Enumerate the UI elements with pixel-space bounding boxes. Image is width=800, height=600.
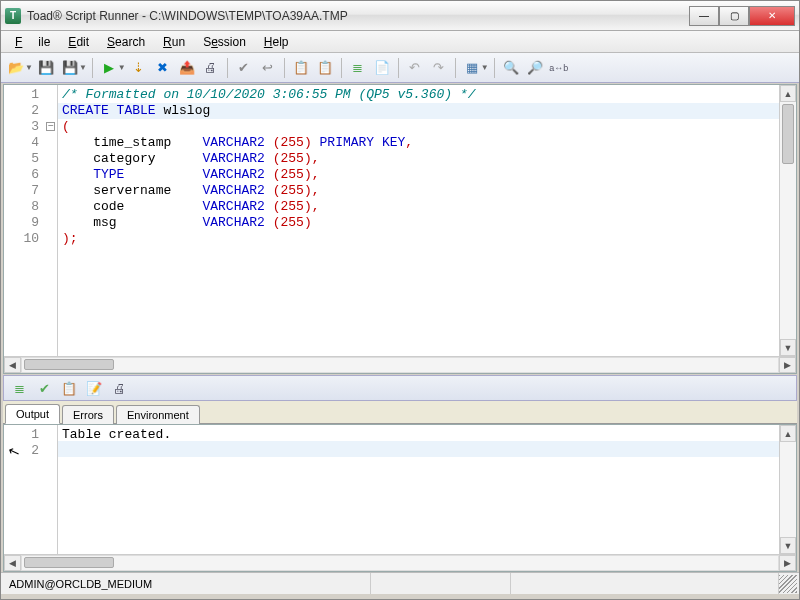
edit-icon[interactable]: 📝 [83, 377, 105, 399]
tab-output[interactable]: Output [5, 404, 60, 424]
window-title: Toad® Script Runner - C:\WINDOWS\TEMP\TO… [27, 9, 689, 23]
menu-search[interactable]: Search [99, 33, 153, 51]
find-icon[interactable]: 🔍 [500, 57, 522, 79]
tab-errors[interactable]: Errors [62, 405, 114, 424]
tab-environment[interactable]: Environment [116, 405, 200, 424]
vertical-scrollbar[interactable]: ▲ ▼ [779, 85, 796, 356]
fold-icon[interactable]: − [46, 122, 55, 131]
commit-icon[interactable]: ✔ [233, 57, 255, 79]
save-icon[interactable]: 💾 [35, 57, 57, 79]
scroll-down-icon[interactable]: ▼ [780, 339, 796, 356]
menu-file[interactable]: File [7, 33, 58, 51]
scroll-thumb[interactable] [24, 359, 114, 370]
scroll-right-icon[interactable]: ▶ [779, 357, 796, 373]
app-icon: T [5, 8, 21, 24]
menu-session[interactable]: Session [195, 33, 254, 51]
rollback-icon[interactable]: ↩ [257, 57, 279, 79]
chevron-down-icon[interactable]: ▼ [25, 63, 33, 72]
output-text[interactable]: Table created. [58, 425, 779, 554]
code-editor[interactable]: /* Formatted on 10/10/2020 3:06:55 PM (Q… [58, 85, 779, 356]
print-icon[interactable]: 🖨 [200, 57, 222, 79]
editor-gutter: 12345678910− [4, 85, 58, 356]
print-icon[interactable]: 🖨 [108, 377, 130, 399]
clear-icon[interactable]: ✖ [152, 57, 174, 79]
minimize-button[interactable]: — [689, 6, 719, 26]
list-icon[interactable]: ≣ [8, 377, 30, 399]
check-icon[interactable]: ✔ [33, 377, 55, 399]
copy-icon[interactable]: 📋 [314, 57, 336, 79]
findnext-icon[interactable]: 🔎 [524, 57, 546, 79]
copy-icon[interactable]: 📋 [290, 57, 312, 79]
main-toolbar: 📂 ▼ 💾 💾 ▼ ▶ ▼ ⇣ ✖ 📤 🖨 ✔ ↩ 📋 📋 ≣ 📄 ↶ ↷ ▦ … [1, 53, 799, 83]
status-cell [511, 573, 779, 594]
titlebar: T Toad® Script Runner - C:\WINDOWS\TEMP\… [1, 1, 799, 31]
copy-icon[interactable]: 📋 [58, 377, 80, 399]
scroll-left-icon[interactable]: ◀ [4, 555, 21, 571]
scroll-up-icon[interactable]: ▲ [780, 425, 796, 442]
editor-pane: 12345678910− /* Formatted on 10/10/2020 … [3, 84, 797, 374]
scroll-right-icon[interactable]: ▶ [779, 555, 796, 571]
saveas-icon[interactable]: 💾 [59, 57, 81, 79]
scroll-thumb[interactable] [24, 557, 114, 568]
step-icon[interactable]: ⇣ [128, 57, 150, 79]
export-icon[interactable]: 📤 [176, 57, 198, 79]
scroll-left-icon[interactable]: ◀ [4, 357, 21, 373]
resize-grip-icon[interactable] [779, 575, 797, 593]
menu-run[interactable]: Run [155, 33, 193, 51]
run-icon[interactable]: ▶ [98, 57, 120, 79]
undo-icon[interactable]: ↶ [404, 57, 426, 79]
grid-icon[interactable]: ▦ [461, 57, 483, 79]
scroll-up-icon[interactable]: ▲ [780, 85, 796, 102]
maximize-button[interactable]: ▢ [719, 6, 749, 26]
status-cell [371, 573, 511, 594]
replace-icon[interactable]: a↔b [548, 57, 570, 79]
scroll-down-icon[interactable]: ▼ [780, 537, 796, 554]
menu-help[interactable]: Help [256, 33, 297, 51]
redo-icon[interactable]: ↷ [428, 57, 450, 79]
output-tabs: Output Errors Environment [3, 401, 797, 424]
vertical-scrollbar[interactable]: ▲ ▼ [779, 425, 796, 554]
chevron-down-icon[interactable]: ▼ [481, 63, 489, 72]
menu-edit[interactable]: Edit [60, 33, 97, 51]
scroll-thumb[interactable] [782, 104, 794, 164]
list-icon[interactable]: ≣ [347, 57, 369, 79]
close-button[interactable]: ✕ [749, 6, 795, 26]
horizontal-scrollbar[interactable]: ◀ ▶ [4, 356, 796, 373]
chevron-down-icon[interactable]: ▼ [79, 63, 87, 72]
chevron-down-icon[interactable]: ▼ [118, 63, 126, 72]
output-toolbar: ≣ ✔ 📋 📝 🖨 [3, 375, 797, 401]
doc-icon[interactable]: 📄 [371, 57, 393, 79]
statusbar: ADMIN@ORCLDB_MEDIUM [1, 572, 799, 594]
status-connection: ADMIN@ORCLDB_MEDIUM [1, 573, 371, 594]
output-pane: ↖ 12 Table created. ▲ ▼ ◀ ▶ [3, 424, 797, 572]
menubar: File Edit Search Run Session Help [1, 31, 799, 53]
horizontal-scrollbar[interactable]: ◀ ▶ [4, 554, 796, 571]
open-icon[interactable]: 📂 [5, 57, 27, 79]
